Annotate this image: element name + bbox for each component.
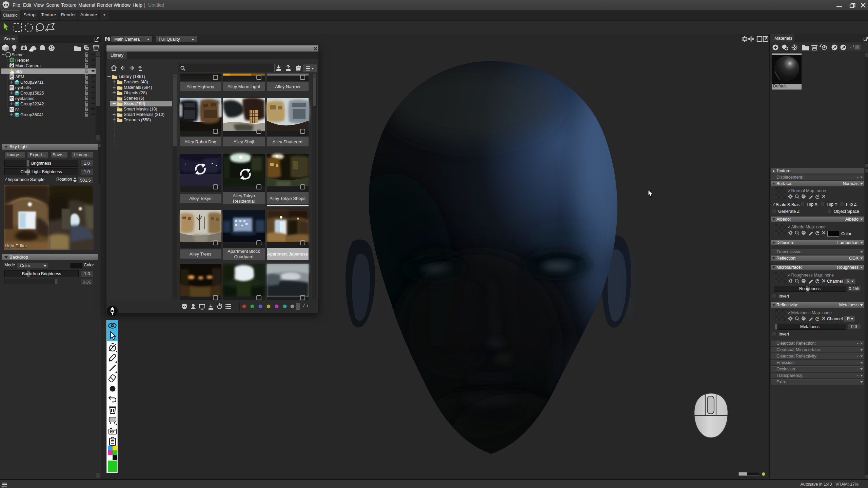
svg-text:Render: Render xyxy=(15,58,29,63)
svg-text:Alley Tokyo: Alley Tokyo xyxy=(233,193,255,198)
svg-text:Smart Materials (310): Smart Materials (310) xyxy=(124,112,164,117)
svg-text:Group15825: Group15825 xyxy=(20,91,44,96)
svg-text:Alley Shoji: Alley Shoji xyxy=(234,139,254,144)
svg-text:eyeballs: eyeballs xyxy=(15,85,31,90)
svg-text:hr: hr xyxy=(15,107,19,112)
svg-text:Alley Trees: Alley Trees xyxy=(190,251,212,257)
svg-text:Main Camera: Main Camera xyxy=(15,63,41,68)
svg-text:Alley Tokyo: Alley Tokyo xyxy=(189,196,212,201)
svg-text:Smart Masks (18): Smart Masks (18) xyxy=(124,107,157,111)
svg-text:Alley Highway: Alley Highway xyxy=(186,84,214,89)
svg-text:Scene: Scene xyxy=(12,53,23,57)
svg-text:Alley Tokyo Shops: Alley Tokyo Shops xyxy=(270,196,305,201)
svg-text:Alley Shuttered: Alley Shuttered xyxy=(273,139,302,144)
svg-text:Scenes (6): Scenes (6) xyxy=(124,96,144,101)
svg-text:Materials (694): Materials (694) xyxy=(124,85,152,90)
svg-text:Apartment Japanese: Apartment Japanese xyxy=(267,251,308,257)
svg-text:Sky: Sky xyxy=(15,69,23,74)
svg-text:Brushes (48): Brushes (48) xyxy=(124,80,148,84)
svg-text:Group32342: Group32342 xyxy=(20,102,44,106)
svg-text:Apartment Block: Apartment Block xyxy=(228,249,260,254)
svg-text:Group29711: Group29711 xyxy=(20,80,44,85)
svg-text:Alley Narrow: Alley Narrow xyxy=(275,84,300,89)
svg-text:Residential: Residential xyxy=(233,199,255,204)
svg-text:Alley Moon Light: Alley Moon Light xyxy=(228,84,260,89)
svg-text:Courtyard: Courtyard xyxy=(234,254,253,259)
svg-text:Group36041: Group36041 xyxy=(20,113,44,117)
svg-text:Textures (558): Textures (558) xyxy=(124,118,151,122)
svg-text:Skies (199): Skies (199) xyxy=(124,101,145,106)
svg-text:Alley Robot Dog: Alley Robot Dog xyxy=(184,139,216,144)
svg-text:eyelashes: eyelashes xyxy=(15,96,34,101)
svg-text:Objects (28): Objects (28) xyxy=(124,90,147,95)
svg-text:Library (1861): Library (1861) xyxy=(119,74,145,79)
svg-text:AFM: AFM xyxy=(15,75,24,79)
